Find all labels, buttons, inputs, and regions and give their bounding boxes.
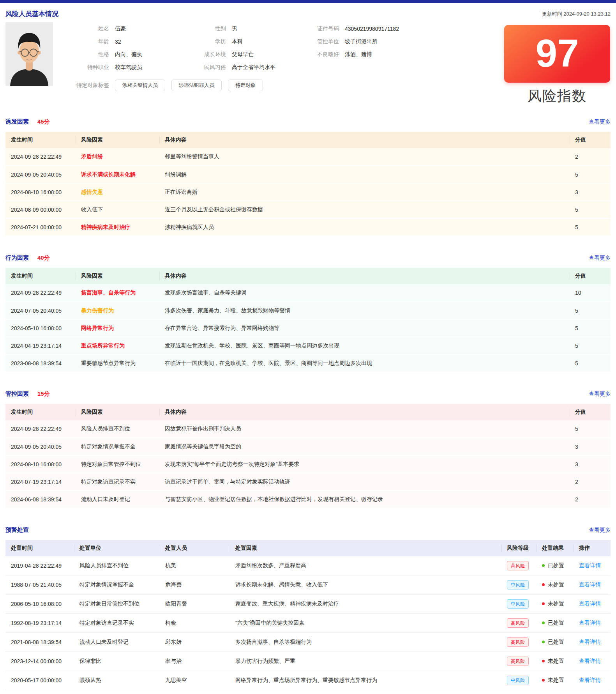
page-title: 风险人员基本情况 <box>5 9 58 18</box>
profile-fields: 姓名伍豪性别男证件号码430502199809171182年龄32学历本科管控单… <box>70 22 486 71</box>
cell-risk-level: 高风险 <box>501 633 537 652</box>
person-photo <box>5 22 53 86</box>
cell-risk-factor: 流动人口未及时登记 <box>76 490 159 508</box>
result-status-dot <box>542 660 545 662</box>
view-detail-link[interactable]: 查看详情 <box>579 658 601 664</box>
result-status-dot <box>542 564 545 567</box>
factor-table: 发生时间风险因素具体内容分值2024-09-28 22:22:49矛盾纠纷邻里等… <box>5 132 611 236</box>
cell-risk-level: 高风险 <box>501 556 537 575</box>
cell-person: 杭美 <box>160 556 230 575</box>
result-text: 未处置 <box>548 677 564 683</box>
view-detail-link[interactable]: 查看详情 <box>579 639 601 645</box>
cell-content: 因故意犯罪被作出刑事判决人员 <box>159 420 570 438</box>
column-header: 处置时间 <box>5 540 74 556</box>
column-header: 风险因素 <box>76 404 159 420</box>
view-detail-link[interactable]: 查看详情 <box>579 620 601 626</box>
cell-content: 纠纷调解 <box>159 166 570 183</box>
view-detail-link[interactable]: 查看详情 <box>579 677 601 683</box>
cell-person: 率与治 <box>160 652 230 671</box>
cell-factor: 网络异常行为、重点场所异常行为、重要敏感节点异常行为 <box>230 671 501 690</box>
special-object-tag: 涉相关警情人员 <box>115 80 165 91</box>
cell-action: 查看详情 <box>574 614 611 633</box>
page-header: 风险人员基本情况 更新时间 2024-09-20 13:23:12 <box>5 9 611 18</box>
profile-field-label: 特种职业 <box>70 64 109 71</box>
profile-field-label: 管控单位 <box>296 38 339 45</box>
table-row: 2024-06-08 18:39:54流动人口未及时登记与智慧安防小区、物业登记… <box>5 490 611 508</box>
table-row: 2024-04-19 23:17:14重点场所异常行为发现近期在党政机关、学校、… <box>5 337 611 354</box>
risk-level-badge: 高风险 <box>507 657 529 666</box>
cell-time: 2021-08-08 18:39:54 <box>5 633 74 652</box>
cell-time: 1992-08-19 23:17:14 <box>5 614 74 633</box>
column-header: 处置人员 <box>160 540 230 556</box>
profile-field-label: 性别 <box>179 25 226 32</box>
cell-result: 已处置 <box>537 614 574 633</box>
result-text: 已处置 <box>548 620 564 626</box>
update-time: 更新时间 2024-09-20 13:23:12 <box>542 11 611 18</box>
risk-level-badge: 高风险 <box>507 561 529 570</box>
section-header: 诱发因素45分查看更多 <box>5 118 611 126</box>
column-header: 具体内容 <box>159 268 570 284</box>
cell-time: 2024-08-10 16:08:00 <box>5 183 76 201</box>
view-more-link[interactable]: 查看更多 <box>589 255 611 262</box>
column-header: 发生时间 <box>5 404 76 420</box>
cell-content: 发现未落实“每半年全面走访考察一次特定对象”基本要求 <box>159 455 570 473</box>
cell-score: 2 <box>570 148 611 166</box>
table-header-row: 发生时间风险因素具体内容分值 <box>5 404 611 420</box>
cell-action: 查看详情 <box>574 671 611 690</box>
factor-section-inducing: 诱发因素45分查看更多发生时间风险因素具体内容分值2024-09-28 22:2… <box>5 118 611 236</box>
profile-field-label: 成长环境 <box>179 51 226 58</box>
section-header: 行为因素40分查看更多 <box>5 254 611 262</box>
column-header: 处置单位 <box>74 540 160 556</box>
factor-table: 发生时间风险因素具体内容分值2024-09-28 22:22:49风险人员排查不… <box>5 404 611 508</box>
cell-risk-level: 高风险 <box>501 614 537 633</box>
cell-time: 2024-08-09 00:00:00 <box>5 201 76 218</box>
view-more-link[interactable]: 查看更多 <box>589 119 611 126</box>
view-detail-link[interactable]: 查看详情 <box>579 581 601 588</box>
risk-score-value: 97 <box>535 31 579 75</box>
cell-time: 2024-04-19 23:17:14 <box>5 337 76 354</box>
risk-score-box: 97 <box>504 25 610 83</box>
cell-risk-factor: 网络异常行为 <box>76 319 159 337</box>
view-more-link[interactable]: 查看更多 <box>589 527 611 534</box>
cell-time: 2006-05-10 16:08:00 <box>5 595 74 614</box>
table-row: 2006-05-10 16:08:00特定对象日常管控不到位欧阳青馨家庭变故、重… <box>5 595 611 614</box>
column-header: 分值 <box>570 132 611 148</box>
cell-action: 查看详情 <box>574 633 611 652</box>
cell-content: 与智慧安防小区、物业登记居住数据，本地社保数据进行比对，发现有相关登记、缴存记录 <box>159 490 570 508</box>
cell-risk-factor: 特定对象情况掌握不全 <box>76 438 159 455</box>
person-photo-illustration <box>5 22 53 86</box>
cell-time: 2024-09-05 20:40:05 <box>5 166 76 183</box>
profile-tags-row: 特定对象标签 涉相关警情人员涉违法犯罪人员特定对象 <box>70 80 486 91</box>
risk-score-card: 97 风险指数 <box>504 25 610 106</box>
cell-unit: 流动人口未及时登记 <box>74 633 160 652</box>
cell-result: 已处置 <box>537 556 574 575</box>
cell-content: 存在异常言论、异常搜索行为、异常网络购物等 <box>159 319 570 337</box>
cell-score: 10 <box>570 284 611 302</box>
cell-score: 5 <box>570 201 611 218</box>
section-header: 管控因素15分查看更多 <box>5 390 611 398</box>
cell-person: 危海善 <box>160 575 230 595</box>
cell-content: 涉精神疾病就医人员 <box>159 218 570 236</box>
cell-time: 2024-07-19 23:17:14 <box>5 473 76 490</box>
view-detail-link[interactable]: 查看详情 <box>579 562 601 568</box>
cell-risk-factor: 扬言滋事、自杀等行为 <box>76 284 159 302</box>
table-row: 2024-07-21 00:00:00精神疾病未及时治疗涉精神疾病就医人员5 <box>5 218 611 236</box>
cell-risk-level: 中风险 <box>501 595 537 614</box>
table-row: 2023-12-14 00:00:00保律非比率与治暴力伤害行为频繁、严重高风险… <box>5 652 611 671</box>
cell-risk-factor: 风险人员排查不到位 <box>76 420 159 438</box>
section-score: 45分 <box>37 118 50 126</box>
cell-person: 邱东妍 <box>160 633 230 652</box>
view-detail-link[interactable]: 查看详情 <box>579 600 601 607</box>
risk-level-badge: 中风险 <box>507 580 529 590</box>
result-text: 已处置 <box>548 562 564 568</box>
factor-section-behavior: 行为因素40分查看更多发生时间风险因素具体内容分值2024-09-28 22:2… <box>5 254 611 372</box>
disposal-section: 预警处置查看更多处置时间处置单位处置人员处置因素风险等级处置结果操作2019-0… <box>5 526 611 690</box>
cell-factor: “六失”诱因中的关键失控因素 <box>230 614 501 633</box>
cell-risk-factor: 特定对象访查记录不实 <box>76 473 159 490</box>
cell-unit: 特定对象访查记录不实 <box>74 614 160 633</box>
cell-factor: 暴力伤害行为频繁、严重 <box>230 652 501 671</box>
result-status-dot <box>542 621 545 624</box>
cell-score: 2 <box>570 490 611 508</box>
cell-unit: 眼须从热 <box>74 671 160 690</box>
view-more-link[interactable]: 查看更多 <box>589 391 611 398</box>
